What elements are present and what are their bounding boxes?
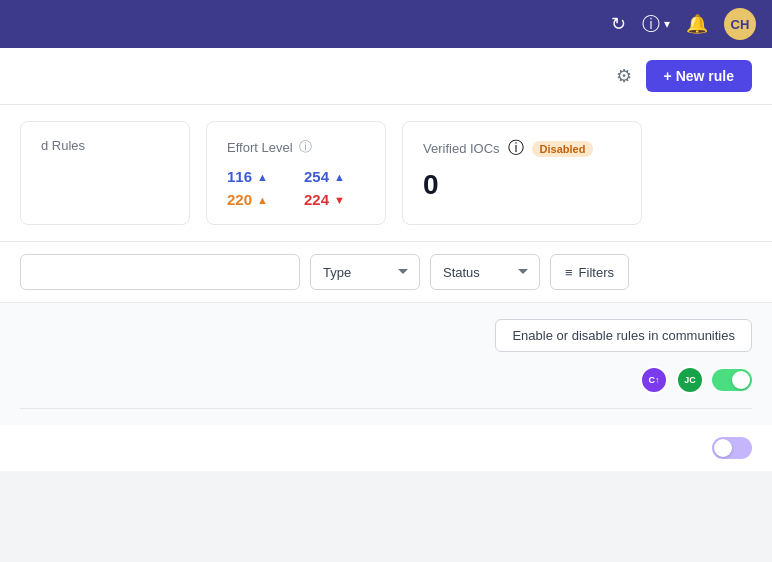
history-icon[interactable]: ↻ <box>611 13 626 35</box>
arrow-red-icon: ▼ <box>334 194 345 206</box>
community-icon-1: C↑ <box>640 366 668 394</box>
type-filter[interactable]: Type <box>310 254 420 290</box>
settings-button[interactable]: ⚙ <box>612 61 636 91</box>
stats-cards: d Rules Effort Level ⓘ 116 ▲ 254 ▲ 220 ▲ <box>20 121 752 225</box>
effort-num-4: 224 ▼ <box>304 191 365 208</box>
content-area: Enable or disable rules in communities C… <box>0 303 772 425</box>
arrow-up-icon-2: ▲ <box>334 171 345 183</box>
verified-iocs-card: Verified IOCs ⓘ Disabled 0 <box>402 121 642 225</box>
main-toggle-on[interactable] <box>712 369 752 391</box>
effort-num-2: 254 ▲ <box>304 168 365 185</box>
community-toggle-button[interactable]: Enable or disable rules in communities <box>495 319 752 352</box>
disabled-badge: Disabled <box>532 141 594 157</box>
toggle-row: C↑ JC <box>20 366 752 394</box>
arrow-up-icon-1: ▲ <box>257 171 268 183</box>
verified-iocs-title: Verified IOCs <box>423 141 500 156</box>
verified-count: 0 <box>423 169 621 201</box>
verified-title-row: Verified IOCs ⓘ Disabled <box>423 138 621 159</box>
verified-info-icon[interactable]: ⓘ <box>508 138 524 159</box>
effort-num-3: 220 ▲ <box>227 191 288 208</box>
info-icon[interactable]: ⓘ ▾ <box>642 12 670 36</box>
bell-icon[interactable]: 🔔 <box>686 13 708 35</box>
status-filter[interactable]: Status <box>430 254 540 290</box>
effort-info-icon[interactable]: ⓘ <box>299 138 312 156</box>
avatar[interactable]: CH <box>724 8 756 40</box>
effort-level-card: Effort Level ⓘ 116 ▲ 254 ▲ 220 ▲ 224 <box>206 121 386 225</box>
community-icon-2: JC <box>676 366 704 394</box>
secondary-toggle-off[interactable] <box>712 437 752 459</box>
effort-nums: 116 ▲ 254 ▲ 220 ▲ 224 ▼ <box>227 168 365 208</box>
top-navigation: ↻ ⓘ ▾ 🔔 CH <box>0 0 772 48</box>
arrow-orange-icon: ▲ <box>257 194 268 206</box>
new-rule-button[interactable]: + New rule <box>646 60 752 92</box>
rules-card: d Rules <box>20 121 190 225</box>
stats-section: d Rules Effort Level ⓘ 116 ▲ 254 ▲ 220 ▲ <box>0 105 772 242</box>
toolbar-row: ⚙ + New rule <box>0 48 772 105</box>
filter-lines-icon: ≡ <box>565 265 573 280</box>
filters-button[interactable]: ≡ Filters <box>550 254 629 290</box>
effort-num-1: 116 ▲ <box>227 168 288 185</box>
effort-level-title: Effort Level ⓘ <box>227 138 365 156</box>
rules-card-title: d Rules <box>41 138 169 153</box>
second-toggle-row <box>0 425 772 471</box>
filter-row: Type Status ≡ Filters <box>0 242 772 303</box>
community-btn-row: Enable or disable rules in communities <box>20 319 752 352</box>
search-input[interactable] <box>20 254 300 290</box>
divider <box>20 408 752 409</box>
